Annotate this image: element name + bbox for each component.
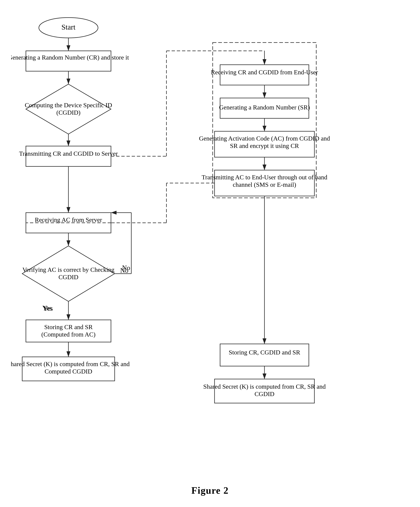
shared-secret-left-label: Shared Secret (K) is computed from CR, S…	[11, 360, 130, 368]
svg-text:Computed CGDID: Computed CGDID	[45, 368, 92, 375]
transmit-cr-cgdid-label: Transmitting CR and CGDID to Server	[19, 150, 118, 157]
svg-text:(CGDID): (CGDID)	[57, 109, 80, 116]
store-cr-sr-label: Storing CR and SR	[44, 324, 93, 331]
store-cr-cgdid-sr-label: Storing CR, CGDID and SR	[229, 349, 300, 356]
flowchart-diagram: Start Generating a Random Number (CR) an…	[11, 7, 409, 492]
no-label-2: No	[122, 264, 130, 271]
verify-ac-label: Verifying AC is correct by Checking	[22, 266, 114, 273]
transmit-ac-label: Transmitting AC to End-User through out …	[202, 174, 327, 181]
receive-cr-cgdid-label: Receiving CR and CGDID from End-User	[211, 69, 318, 76]
compute-cgdid-label: Computing the Device Specific ID	[25, 102, 112, 109]
gen-random-label: Generating a Random Number (CR) and stor…	[11, 54, 129, 61]
gen-ac-label: Generating Activation Code (AC) from CGD…	[199, 135, 330, 142]
figure-caption: Figure 2	[192, 485, 228, 496]
svg-text:CGDID: CGDID	[255, 391, 274, 397]
gen-sr-label: Generating a Random Number (SR)	[219, 104, 310, 111]
yes-label-main: Yes	[42, 304, 52, 312]
svg-text:CGDID: CGDID	[58, 274, 78, 281]
receive-ac-label: Receiving AC from Server	[35, 216, 102, 223]
svg-text:SR and encrypt it using CR: SR and encrypt it using CR	[230, 142, 299, 149]
svg-text:channel (SMS or E-mail): channel (SMS or E-mail)	[233, 181, 296, 188]
svg-text:(Computed from AC): (Computed from AC)	[42, 331, 96, 338]
shared-secret-right-label: Shared Secret (K) is computed from CR, S…	[203, 383, 326, 390]
start-label: Start	[61, 23, 75, 31]
